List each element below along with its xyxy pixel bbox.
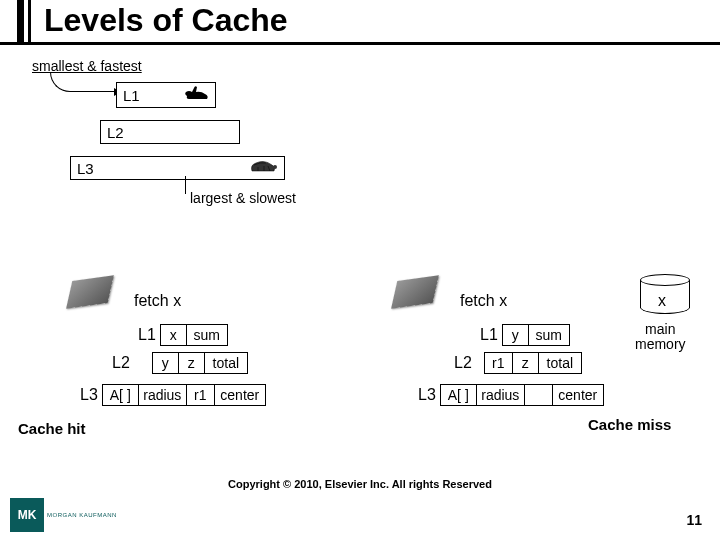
l1-label: L1 (117, 87, 140, 104)
left-l1-cells: x sum (160, 324, 228, 346)
arrow-curve-to-l1 (50, 72, 120, 92)
largest-slowest-label: largest & slowest (190, 190, 296, 206)
turtle-icon (246, 157, 280, 179)
logo-mark: MK (10, 498, 44, 532)
right-l1-row: L1 y sum (480, 324, 570, 346)
left-l3-row: L3 A[ ] radius r1 center (80, 384, 266, 406)
copyright-text: Copyright © 2010, Elsevier Inc. All righ… (0, 478, 720, 490)
l2-hierarchy-box: L2 (100, 120, 240, 144)
right-l2-row: L2 r1 z total (454, 352, 582, 374)
l2-label: L2 (101, 124, 124, 141)
logo-text: MORGAN KAUFMANN (47, 512, 117, 518)
cpu-chip-icon-left (60, 270, 120, 310)
l3-label: L3 (71, 160, 94, 177)
main-memory-label: main memory (635, 322, 686, 353)
left-l3-label: L3 (80, 386, 98, 404)
page-title: Levels of Cache (44, 2, 288, 39)
left-l2-cells: y z total (152, 352, 248, 374)
left-l2-label: L2 (112, 354, 130, 372)
title-accent-thick (17, 0, 24, 42)
memory-var-x: x (658, 292, 666, 310)
cache-miss-label: Cache miss (588, 416, 671, 433)
left-l3-cells: A[ ] radius r1 center (102, 384, 266, 406)
l3-hierarchy-box: L3 (70, 156, 285, 180)
cache-hit-label: Cache hit (18, 420, 86, 437)
right-l3-row: L3 A[ ] radius center (418, 384, 604, 406)
title-accent-thin (28, 0, 31, 42)
left-l1-row: L1 x sum (138, 324, 228, 346)
left-l2-row: L2 y z total (112, 352, 248, 374)
fetch-x-right: fetch x (460, 292, 507, 310)
page-number: 11 (686, 512, 702, 528)
title-underline (0, 42, 720, 45)
left-l1-label: L1 (138, 326, 156, 344)
right-l3-label: L3 (418, 386, 436, 404)
right-l2-cells: r1 z total (484, 352, 582, 374)
right-l3-cells: A[ ] radius center (440, 384, 604, 406)
l1-hierarchy-box: L1 (116, 82, 216, 108)
right-l1-label: L1 (480, 326, 498, 344)
rabbit-icon (183, 84, 211, 106)
cpu-chip-icon-right (385, 270, 445, 310)
publisher-logo: MK MORGAN KAUFMANN (10, 498, 117, 532)
line-to-largest (185, 176, 187, 194)
fetch-x-left: fetch x (134, 292, 181, 310)
right-l1-cells: y sum (502, 324, 570, 346)
right-l2-label: L2 (454, 354, 472, 372)
svg-point-0 (273, 165, 277, 169)
